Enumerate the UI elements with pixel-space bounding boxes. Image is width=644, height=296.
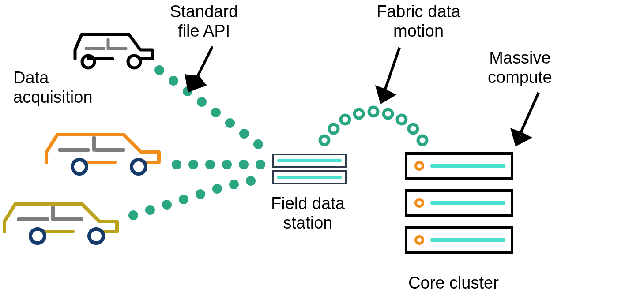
svg-point-51 <box>416 162 423 169</box>
svg-line-62 <box>384 48 399 93</box>
core-cluster-icon <box>406 154 512 252</box>
open-circle-arc <box>320 107 427 145</box>
svg-point-13 <box>30 229 45 243</box>
svg-point-41 <box>369 107 378 116</box>
svg-point-26 <box>222 160 232 169</box>
car-icon-gold <box>4 204 117 243</box>
svg-point-22 <box>253 139 263 149</box>
svg-point-44 <box>409 124 418 133</box>
svg-point-16 <box>169 76 178 86</box>
svg-point-57 <box>416 236 423 244</box>
svg-point-43 <box>397 115 406 124</box>
svg-point-18 <box>197 97 207 107</box>
car-icon-orange <box>46 135 159 174</box>
svg-point-19 <box>211 108 221 117</box>
svg-point-34 <box>212 184 222 194</box>
svg-point-23 <box>172 160 181 169</box>
diagram-svg <box>0 0 644 296</box>
svg-point-24 <box>188 160 198 169</box>
diagram-stage: Data acquisition Standard file API Fabri… <box>0 0 644 296</box>
svg-point-21 <box>239 129 249 139</box>
svg-point-40 <box>354 109 363 118</box>
svg-point-9 <box>132 160 146 174</box>
svg-point-4 <box>128 56 140 68</box>
svg-point-27 <box>239 160 249 169</box>
svg-point-25 <box>205 160 215 169</box>
car-icon-black <box>75 34 152 68</box>
svg-point-30 <box>145 205 155 215</box>
svg-point-8 <box>72 160 87 174</box>
svg-point-35 <box>229 180 239 189</box>
svg-point-31 <box>162 200 172 210</box>
svg-point-37 <box>320 136 329 145</box>
svg-point-38 <box>329 124 338 133</box>
svg-point-28 <box>256 160 265 169</box>
svg-point-39 <box>341 115 350 124</box>
svg-point-36 <box>246 176 256 186</box>
svg-point-14 <box>89 229 103 243</box>
svg-point-33 <box>196 189 205 199</box>
svg-line-59 <box>196 48 212 79</box>
svg-line-63 <box>520 93 539 135</box>
svg-point-42 <box>384 109 392 118</box>
arrowheads <box>185 48 539 146</box>
svg-point-45 <box>418 136 427 145</box>
svg-point-54 <box>416 199 423 206</box>
field-data-station-icon <box>273 154 346 184</box>
svg-point-32 <box>179 195 188 204</box>
svg-point-20 <box>225 118 235 128</box>
svg-point-15 <box>154 65 164 75</box>
svg-point-29 <box>128 210 138 220</box>
